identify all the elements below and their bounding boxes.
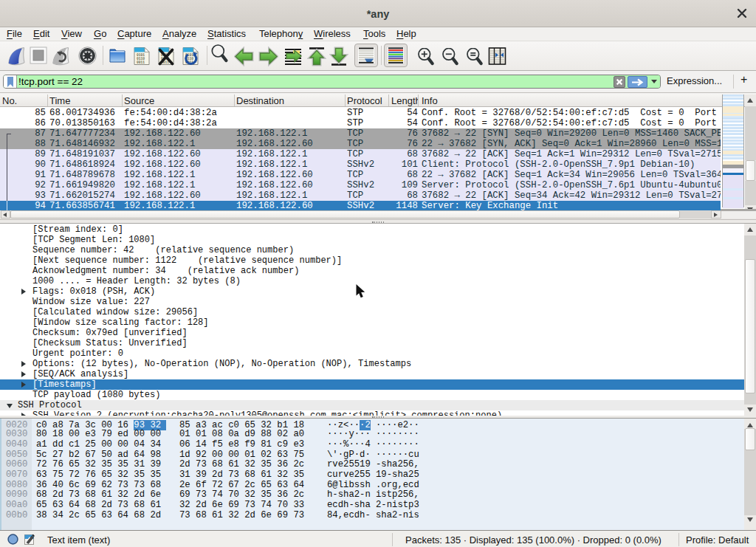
svg-text:0011: 0011 — [137, 61, 145, 64]
